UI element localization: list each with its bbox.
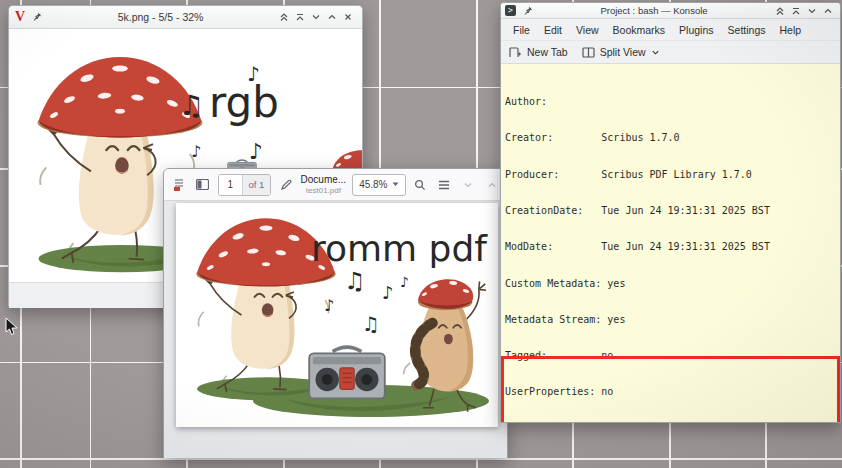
pin-icon[interactable] [29, 10, 45, 24]
sidebar-toggle-icon[interactable] [194, 175, 212, 195]
terminal-line: Custom Metadata: yes [505, 278, 836, 290]
menu-view[interactable]: View [570, 22, 605, 38]
viewer-app-icon: V [15, 10, 25, 24]
konsole-title: Project : bash — Konsole [536, 5, 772, 16]
keep-above-button[interactable] [276, 10, 292, 24]
romm-pdf-label: romm pdf [311, 228, 488, 269]
terminal-line: Tagged: no [505, 350, 836, 362]
menu-edit[interactable]: Edit [538, 22, 568, 38]
terminal-line: Creator: Scribus 1.7.0 [505, 132, 836, 144]
window-maximize-button[interactable] [483, 175, 501, 195]
menu-bookmarks[interactable]: Bookmarks [607, 22, 672, 38]
search-icon[interactable] [412, 175, 430, 195]
document-title-text: Docume... [301, 174, 347, 186]
new-tab-button[interactable]: New Tab [509, 46, 568, 58]
new-tab-icon [509, 47, 522, 58]
terminal-line: CreationDate: Tue Jun 24 19:31:31 2025 B… [505, 205, 836, 217]
pin-icon[interactable] [520, 4, 536, 18]
konsole-menubar: File Edit View Bookmarks Plugins Setting… [501, 19, 840, 41]
page-number-control: 1 of 1 [218, 174, 271, 196]
document-filename: test01.pdf [301, 186, 347, 195]
music-note: ♫ [344, 267, 366, 295]
minimize-button[interactable] [804, 4, 820, 18]
dropdown-caret-icon [392, 182, 399, 187]
terminal-line: ModDate: Tue Jun 24 19:31:31 2025 BST [505, 241, 836, 253]
desktop: V 5k.png - 5/5 - 32% ♫ rgb ♪ ♪ ♪ [0, 0, 842, 468]
pdf-page: romm pdf ♫ ♪ ♪ ♫ ♪ [176, 203, 498, 427]
image-viewer-titlebar[interactable]: V 5k.png - 5/5 - 32% [9, 6, 362, 29]
menu-hamburger-icon[interactable] [435, 175, 453, 195]
shade-button[interactable] [788, 4, 804, 18]
menu-help[interactable]: Help [774, 22, 808, 38]
annotate-pencil-icon[interactable] [277, 175, 295, 195]
menu-plugins[interactable]: Plugins [673, 22, 719, 38]
terminal-line: Producer: Scribus PDF Library 1.7.0 [505, 169, 836, 181]
close-button[interactable] [340, 10, 356, 24]
music-note: ♪ [191, 142, 201, 161]
music-note: ♪ [324, 296, 334, 315]
page-number-input[interactable]: 1 [219, 175, 243, 195]
menu-file[interactable]: File [507, 22, 536, 38]
terminal-output: Author: Creator: Scribus 1.7.0 Producer:… [505, 72, 836, 422]
page-count-label: of 1 [243, 175, 270, 195]
pdf-content-area[interactable]: romm pdf ♫ ♪ ♪ ♫ ♪ [164, 201, 507, 458]
maximize-button[interactable] [820, 4, 836, 18]
image-viewer-title: 5k.png - 5/5 - 32% [45, 11, 276, 23]
music-note: ♪ [249, 139, 263, 164]
document-title: Docume... test01.pdf [301, 174, 347, 195]
konsole-app-icon: > [505, 5, 516, 16]
pdf-page-artwork: romm pdf ♫ ♪ ♪ ♫ ♪ [176, 203, 498, 427]
shade-button[interactable] [292, 10, 308, 24]
terminal-line: Metadata Stream: yes [505, 314, 836, 326]
mouse-cursor [5, 317, 18, 336]
konsole-window: > Project : bash — Konsole File Edit Vie… [500, 2, 841, 423]
music-note: ♫ [179, 89, 204, 122]
window-minimize-button[interactable] [459, 175, 477, 195]
terminal-line: Author: [505, 96, 836, 108]
zoom-value: 45.8% [359, 179, 387, 190]
music-note: ♪ [382, 282, 394, 303]
minimize-button[interactable] [308, 10, 324, 24]
pdf-app-icon[interactable] [170, 175, 188, 195]
keep-above-button[interactable] [772, 4, 788, 18]
maximize-button[interactable] [324, 10, 340, 24]
pdf-toolbar[interactable]: 1 of 1 Docume... test01.pdf 45.8% [164, 169, 507, 201]
menu-settings[interactable]: Settings [722, 22, 772, 38]
pdf-viewer-window: 1 of 1 Docume... test01.pdf 45.8% [163, 168, 508, 458]
zoom-select[interactable]: 45.8% [352, 174, 405, 196]
konsole-toolbar: New Tab Split View [501, 41, 840, 63]
music-note: ♪ [247, 62, 260, 86]
terminal-area[interactable]: Author: Creator: Scribus 1.7.0 Producer:… [501, 63, 840, 422]
music-note: ♪ [400, 274, 409, 290]
split-view-icon [582, 47, 595, 58]
split-view-button[interactable]: Split View [582, 46, 660, 58]
rgb-label: rgb [209, 78, 279, 127]
music-note: ♫ [362, 312, 380, 336]
terminal-line: UserProperties: no [505, 386, 836, 398]
split-view-caret-icon [651, 48, 660, 57]
konsole-titlebar[interactable]: > Project : bash — Konsole [501, 3, 840, 19]
